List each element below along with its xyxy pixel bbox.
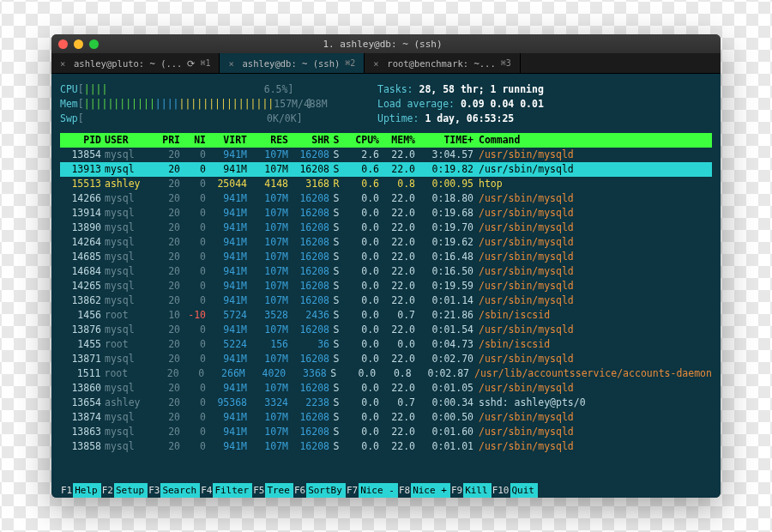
col-time[interactable]: TIME+ bbox=[415, 133, 473, 148]
table-row[interactable]: 13890mysql200941M107M16208S0.022.00:19.7… bbox=[60, 221, 712, 235]
table-row[interactable]: 15513ashley2002504441483168R0.60.80:00.9… bbox=[60, 177, 712, 191]
col-s[interactable]: S bbox=[329, 133, 343, 148]
cell-mem: 22.0 bbox=[379, 206, 415, 221]
cell-mem: 0.7 bbox=[379, 396, 415, 410]
close-icon[interactable]: × bbox=[228, 58, 237, 69]
cell-ni: -10 bbox=[180, 308, 206, 323]
cell-pid: 13913 bbox=[60, 162, 101, 177]
cell-s: S bbox=[329, 337, 343, 352]
table-row[interactable]: 13913mysql200941M107M16208S0.622.00:19.8… bbox=[60, 162, 712, 177]
close-icon[interactable]: × bbox=[373, 58, 382, 69]
table-row[interactable]: 14684mysql200941M107M16208S0.022.00:16.5… bbox=[60, 264, 712, 279]
cell-user: mysql bbox=[101, 352, 151, 366]
table-row[interactable]: 13858mysql200941M107M16208S0.022.00:01.0… bbox=[60, 439, 712, 454]
col-cmd[interactable]: Command bbox=[473, 133, 712, 148]
table-row[interactable]: 14685mysql200941M107M16208S0.022.00:16.4… bbox=[60, 250, 712, 264]
tab-1[interactable]: ×ashley@db: ~ (ssh)⌘2 bbox=[220, 53, 365, 73]
cell-virt: 266M bbox=[204, 366, 245, 381]
mem-bar-green: |||||||||||| bbox=[84, 98, 155, 110]
cell-cmd: /usr/sbin/mysqld bbox=[473, 148, 712, 162]
table-row[interactable]: 13863mysql200941M107M16208S0.022.00:01.6… bbox=[60, 425, 712, 439]
cell-res: 107M bbox=[247, 264, 288, 279]
col-pri[interactable]: PRI bbox=[151, 133, 180, 148]
col-shr[interactable]: SHR bbox=[288, 133, 329, 148]
table-row[interactable]: 13914mysql200941M107M16208S0.022.00:19.6… bbox=[60, 206, 712, 221]
table-row[interactable]: 14265mysql200941M107M16208S0.022.00:19.5… bbox=[60, 279, 712, 293]
cell-user: mysql bbox=[101, 206, 151, 221]
close-icon[interactable]: × bbox=[60, 58, 69, 69]
fkey-f7[interactable]: F7Nice - bbox=[346, 483, 398, 498]
fkey-f10[interactable]: F10Quit bbox=[492, 483, 538, 498]
fkey-action: Filter bbox=[213, 483, 252, 498]
tab-2[interactable]: ×root@benchmark: ~...⌘3 bbox=[365, 53, 520, 73]
close-icon[interactable] bbox=[58, 39, 68, 49]
fkey-f1[interactable]: F1Help bbox=[60, 483, 101, 498]
table-row[interactable]: 13862mysql200941M107M16208S0.022.00:01.1… bbox=[60, 293, 712, 308]
cell-pid: 1455 bbox=[60, 337, 101, 352]
col-ni[interactable]: NI bbox=[180, 133, 206, 148]
fkey-label: F6 bbox=[293, 483, 306, 498]
process-header[interactable]: PID USER PRI NI VIRT RES SHR S CPU% MEM%… bbox=[60, 133, 712, 148]
cell-s: S bbox=[329, 410, 343, 425]
cell-cmd: /usr/sbin/mysqld bbox=[473, 162, 712, 177]
col-cpu[interactable]: CPU% bbox=[343, 133, 379, 148]
table-row[interactable]: 1455root200522415636S0.00.00:04.73/sbin/… bbox=[60, 337, 712, 352]
cell-ni: 0 bbox=[180, 148, 206, 162]
cell-cpu: 0.0 bbox=[343, 293, 379, 308]
minimize-icon[interactable] bbox=[74, 39, 83, 49]
cell-res: 107M bbox=[247, 235, 288, 250]
cell-time: 0:19.59 bbox=[415, 279, 473, 293]
cell-pid: 15513 bbox=[60, 177, 101, 191]
fkey-f5[interactable]: F5Tree bbox=[252, 483, 293, 498]
process-table[interactable]: 13854mysql200941M107M16208S2.622.03:04.5… bbox=[60, 148, 712, 454]
cell-pri: 20 bbox=[151, 352, 180, 366]
cell-shr: 16208 bbox=[288, 148, 329, 162]
maximize-icon[interactable] bbox=[89, 39, 99, 49]
fkey-f4[interactable]: F4Filter bbox=[200, 483, 252, 498]
cell-ni: 0 bbox=[180, 191, 206, 206]
cell-shr: 16208 bbox=[288, 410, 329, 425]
col-virt[interactable]: VIRT bbox=[206, 133, 247, 148]
cell-mem: 22.0 bbox=[379, 148, 415, 162]
cell-cpu: 0.0 bbox=[343, 250, 379, 264]
cell-user: mysql bbox=[101, 148, 151, 162]
cell-pri: 20 bbox=[151, 425, 180, 439]
cell-user: ashley bbox=[101, 396, 151, 410]
table-row[interactable]: 13860mysql200941M107M16208S0.022.00:01.0… bbox=[60, 381, 712, 396]
cell-cmd: htop bbox=[473, 177, 712, 191]
cell-res: 107M bbox=[247, 148, 288, 162]
table-row[interactable]: 14264mysql200941M107M16208S0.022.00:19.6… bbox=[60, 235, 712, 250]
col-pid[interactable]: PID bbox=[60, 133, 101, 148]
cell-shr: 16208 bbox=[288, 221, 329, 235]
table-row[interactable]: 13871mysql200941M107M16208S0.022.00:02.7… bbox=[60, 352, 712, 366]
cell-time: 0:16.50 bbox=[415, 264, 473, 279]
cell-virt: 941M bbox=[206, 439, 247, 454]
table-row[interactable]: 13874mysql200941M107M16208S0.022.00:00.5… bbox=[60, 410, 712, 425]
table-row[interactable]: 13654ashley2009536833242238S0.00.70:00.3… bbox=[60, 396, 712, 410]
table-row[interactable]: 13854mysql200941M107M16208S2.622.03:04.5… bbox=[60, 148, 712, 162]
col-res[interactable]: RES bbox=[247, 133, 288, 148]
col-user[interactable]: USER bbox=[101, 133, 151, 148]
tab-shortcut: ⌘3 bbox=[501, 58, 511, 68]
cell-user: mysql bbox=[101, 250, 151, 264]
table-row[interactable]: 14266mysql200941M107M16208S0.022.00:18.8… bbox=[60, 191, 712, 206]
fkey-f2[interactable]: F2Setup bbox=[101, 483, 148, 498]
cell-cmd: /usr/sbin/mysqld bbox=[473, 439, 712, 454]
cell-cmd: /usr/sbin/mysqld bbox=[473, 235, 712, 250]
col-mem[interactable]: MEM% bbox=[379, 133, 415, 148]
cell-shr: 16208 bbox=[288, 323, 329, 337]
mem-value: 157M/488M bbox=[274, 97, 306, 112]
fkey-f6[interactable]: F6SortBy bbox=[293, 483, 346, 498]
table-row[interactable]: 13876mysql200941M107M16208S0.022.00:01.5… bbox=[60, 323, 712, 337]
table-row[interactable]: 1456root10-10572435282436S0.00.70:21.86/… bbox=[60, 308, 712, 323]
cell-pri: 20 bbox=[151, 250, 180, 264]
fkey-f3[interactable]: F3Search bbox=[148, 483, 200, 498]
cell-shr: 16208 bbox=[288, 352, 329, 366]
table-row[interactable]: 1511root200266M40203368S0.00.80:02.87/us… bbox=[60, 366, 712, 381]
tab-0[interactable]: ×ashley@pluto: ~ (...⟳⌘1 bbox=[51, 53, 220, 73]
cell-time: 0:01.14 bbox=[415, 293, 473, 308]
cell-pid: 13871 bbox=[60, 352, 101, 366]
fkey-f8[interactable]: F8Nice + bbox=[398, 483, 450, 498]
window-title: 1. ashley@db: ~ (ssh) bbox=[105, 39, 660, 50]
fkey-f9[interactable]: F9Kill bbox=[450, 483, 492, 498]
